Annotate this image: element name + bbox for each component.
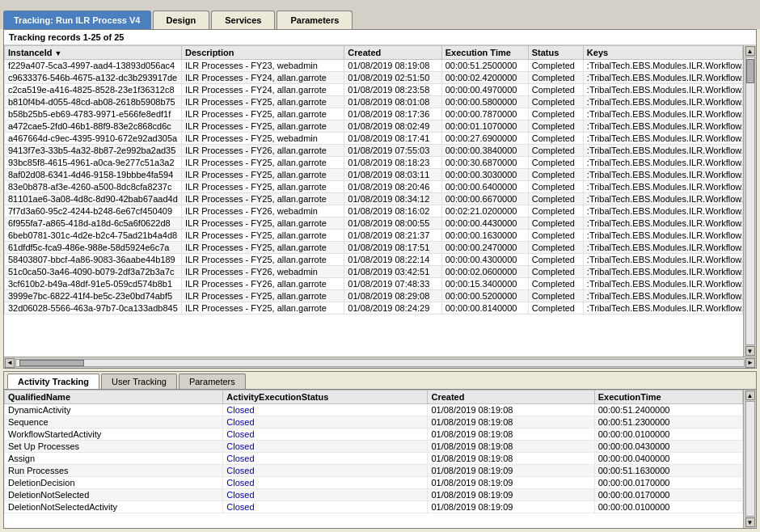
- sub-tab-activity[interactable]: Activity Tracking: [7, 374, 99, 389]
- cell-keys: :TribalTech.EBS.Modules.ILR.Workflow.: [583, 133, 742, 145]
- table-row[interactable]: 93bc85f8-4615-4961-a0ca-9e277c51a3a2 ILR…: [5, 157, 743, 169]
- table-row[interactable]: c9633376-546b-4675-a132-dc3b293917de ILR…: [5, 72, 743, 84]
- col-created[interactable]: Created: [344, 46, 441, 60]
- table-row[interactable]: 58403807-bbcf-4a86-9083-36aabe44b189 ILR…: [5, 254, 743, 266]
- table-row[interactable]: b58b25b5-eb69-4783-9971-e566fe8edf1f ILR…: [5, 108, 743, 120]
- cell-status: Completed: [528, 120, 583, 133]
- lower-cell-created: 01/08/2019 08:19:08: [428, 404, 594, 416]
- table-row[interactable]: 6beb0781-301c-4d2e-b2c4-75ad21b4a4d8 ILR…: [5, 230, 743, 242]
- tab-design[interactable]: Design: [153, 11, 210, 29]
- cell-exec: 00:00:00.4300000: [441, 254, 528, 266]
- cell-exec: 00:00:15.3400000: [441, 278, 528, 290]
- cell-status: Completed: [528, 230, 583, 242]
- cell-keys: :TribalTech.EBS.Modules.ILR.Workflow.: [583, 145, 742, 157]
- cell-desc: ILR Processes - FY25, allan.garrote: [182, 108, 344, 120]
- lower-v-scrollbar[interactable]: ▲ ▼: [743, 390, 756, 528]
- lower-col-name[interactable]: QualifiedName: [5, 391, 223, 404]
- lower-table-row[interactable]: Assign Closed 01/08/2019 08:19:08 00:00:…: [5, 453, 743, 465]
- cell-keys: :TribalTech.EBS.Modules.ILR.Workflow.: [583, 302, 742, 315]
- cell-exec: 00:02:21.0200000: [441, 205, 528, 217]
- table-row[interactable]: 83e0b878-af3e-4260-a500-8dc8cfa8237c ILR…: [5, 181, 743, 193]
- lower-table-row[interactable]: Run Processes Closed 01/08/2019 08:19:09…: [5, 465, 743, 477]
- upper-h-scrollbar[interactable]: ◄ ►: [4, 357, 756, 368]
- sub-tab-user[interactable]: User Tracking: [101, 374, 177, 389]
- cell-created: 01/08/2019 03:42:51: [344, 266, 441, 278]
- lower-cell-exec: 00:00:51.2300000: [594, 416, 742, 429]
- cell-instanceid: 3999e7bc-6822-41f4-be5c-23e0bd74abf5: [5, 290, 182, 302]
- cell-status: Completed: [528, 108, 583, 120]
- col-status[interactable]: Status: [528, 46, 583, 60]
- cell-created: 01/08/2019 07:48:33: [344, 278, 441, 290]
- tab-services[interactable]: Services: [211, 11, 275, 29]
- table-row[interactable]: 61dfdf5c-fca9-486e-988e-58d5924e6c7a ILR…: [5, 242, 743, 254]
- lower-table-scroll[interactable]: QualifiedName ActivityExecutionStatus Cr…: [4, 390, 743, 528]
- table-row[interactable]: 6f955fa7-a865-418d-a18d-6c5a6f0622d8 ILR…: [5, 217, 743, 230]
- lower-table-row[interactable]: Sequence Closed 01/08/2019 08:19:08 00:0…: [5, 416, 743, 429]
- table-row[interactable]: 8af02d08-6341-4d46-9158-19bbbe4fa594 ILR…: [5, 169, 743, 181]
- col-description[interactable]: Description: [182, 46, 344, 60]
- lower-table-row[interactable]: Set Up Processes Closed 01/08/2019 08:19…: [5, 441, 743, 453]
- lower-cell-name: DeletionDecision: [5, 477, 223, 489]
- table-row[interactable]: 7f7d3a60-95c2-4244-b248-6e67cf450409 ILR…: [5, 205, 743, 217]
- tab-parameters[interactable]: Parameters: [277, 11, 353, 29]
- lower-cell-created: 01/08/2019 08:19:08: [428, 416, 594, 429]
- upper-v-scrollbar[interactable]: ▲ ▼: [743, 45, 756, 357]
- table-row[interactable]: f229a407-5ca3-4997-aad4-13893d056ac4 ILR…: [5, 60, 743, 72]
- table-row[interactable]: a467664d-c9ec-4395-9910-672e92ad305a ILR…: [5, 133, 743, 145]
- col-exec-time[interactable]: Execution Time: [441, 46, 528, 60]
- table-row[interactable]: a472cae5-2fd0-46b1-88f9-83e2c868cd6c ILR…: [5, 120, 743, 133]
- cell-keys: :TribalTech.EBS.Modules.ILR.Workflow.: [583, 169, 742, 181]
- lower-table-row[interactable]: DeletionDecision Closed 01/08/2019 08:19…: [5, 477, 743, 489]
- lower-table-row[interactable]: WorkflowStartedActivity Closed 01/08/201…: [5, 429, 743, 441]
- lower-table-row[interactable]: DynamicActivity Closed 01/08/2019 08:19:…: [5, 404, 743, 416]
- sub-tab-parameters[interactable]: Parameters: [179, 374, 246, 389]
- lower-cell-exec: 00:00:00.0100000: [594, 501, 742, 513]
- table-row[interactable]: 9413f7e3-33b5-4a32-8b87-2e992ba2ad35 ILR…: [5, 145, 743, 157]
- cell-keys: :TribalTech.EBS.Modules.ILR.Workflow.: [583, 193, 742, 205]
- table-row[interactable]: b810f4b4-d055-48cd-ab08-2618b5908b75 ILR…: [5, 96, 743, 108]
- lower-cell-exec: 00:00:00.0400000: [594, 453, 742, 465]
- cell-keys: :TribalTech.EBS.Modules.ILR.Workflow.: [583, 84, 742, 96]
- cell-exec: 00:00:00.4430000: [441, 217, 528, 230]
- table-row[interactable]: c2ca519e-a416-4825-8528-23e1f36312c8 ILR…: [5, 84, 743, 96]
- cell-created: 01/08/2019 08:24:29: [344, 302, 441, 315]
- table-row[interactable]: 3999e7bc-6822-41f4-be5c-23e0bd74abf5 ILR…: [5, 290, 743, 302]
- cell-keys: :TribalTech.EBS.Modules.ILR.Workflow.: [583, 242, 742, 254]
- lower-cell-name: DeletionNotSelectedActivity: [5, 501, 223, 513]
- cell-instanceid: c9633376-546b-4675-a132-dc3b293917de: [5, 72, 182, 84]
- tab-bar: Tracking: Run ILR Process V4 Design Serv…: [0, 0, 760, 29]
- cell-created: 01/08/2019 08:01:08: [344, 96, 441, 108]
- cell-instanceid: 8af02d08-6341-4d46-9158-19bbbe4fa594: [5, 169, 182, 181]
- cell-desc: ILR Processes - FY25, allan.garrote: [182, 96, 344, 108]
- cell-exec: 00:00:00.5200000: [441, 290, 528, 302]
- cell-status: Completed: [528, 266, 583, 278]
- tab-tracking[interactable]: Tracking: Run ILR Process V4: [3, 11, 151, 29]
- cell-status: Completed: [528, 290, 583, 302]
- cell-desc: ILR Processes - FY25, webadmin: [182, 133, 344, 145]
- cell-created: 01/08/2019 08:16:02: [344, 205, 441, 217]
- lower-cell-created: 01/08/2019 08:19:09: [428, 489, 594, 501]
- cell-keys: :TribalTech.EBS.Modules.ILR.Workflow.: [583, 205, 742, 217]
- table-row[interactable]: 51c0ca50-3a46-4090-b079-2df3a72b3a7c ILR…: [5, 266, 743, 278]
- table-row[interactable]: 3cf610b2-b49a-48df-91e5-059cd574b8b1 ILR…: [5, 278, 743, 290]
- lower-col-exec[interactable]: ExecutionTime: [594, 391, 742, 404]
- upper-table-scroll[interactable]: InstanceId ▼ Description Created Executi…: [4, 45, 743, 357]
- cell-desc: ILR Processes - FY25, allan.garrote: [182, 290, 344, 302]
- lower-cell-status: Closed: [223, 429, 428, 441]
- cell-desc: ILR Processes - FY25, allan.garrote: [182, 302, 344, 315]
- upper-table-container: InstanceId ▼ Description Created Executi…: [4, 45, 756, 357]
- lower-table-row[interactable]: DeletionNotSelectedActivity Closed 01/08…: [5, 501, 743, 513]
- table-row[interactable]: 81101ae6-3a08-4d8c-8d90-42bab67aad4d ILR…: [5, 193, 743, 205]
- cell-keys: :TribalTech.EBS.Modules.ILR.Workflow.: [583, 290, 742, 302]
- col-keys[interactable]: Keys: [583, 46, 742, 60]
- lower-table-row[interactable]: DeletionNotSelected Closed 01/08/2019 08…: [5, 489, 743, 501]
- table-row[interactable]: 32d06028-5566-463a-97b7-0ca133adb845 ILR…: [5, 302, 743, 315]
- lower-col-created[interactable]: Created: [428, 391, 594, 404]
- cell-created: 01/08/2019 08:17:41: [344, 133, 441, 145]
- cell-status: Completed: [528, 254, 583, 266]
- cell-instanceid: 6beb0781-301c-4d2e-b2c4-75ad21b4a4d8: [5, 230, 182, 242]
- cell-keys: :TribalTech.EBS.Modules.ILR.Workflow.: [583, 230, 742, 242]
- cell-created: 01/08/2019 07:55:03: [344, 145, 441, 157]
- col-instanceid[interactable]: InstanceId ▼: [5, 46, 182, 60]
- lower-col-status[interactable]: ActivityExecutionStatus: [223, 391, 428, 404]
